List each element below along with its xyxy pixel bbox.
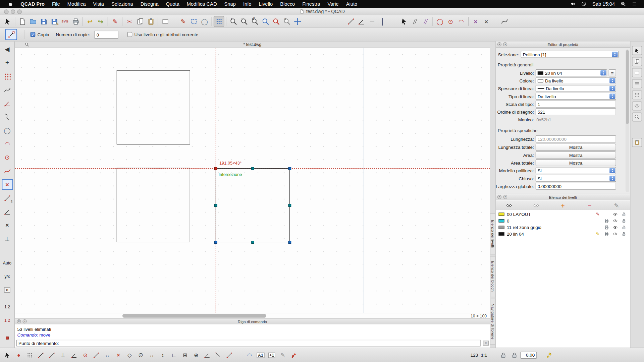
apple-menu[interactable] [4,0,17,8]
midpoint-handle[interactable] [251,167,254,170]
snap-auto-icon[interactable] [2,350,13,360]
linetype-property-combo[interactable]: Da livello [536,93,616,100]
print-button[interactable] [70,16,81,27]
snap-on-entity-icon[interactable] [47,350,57,360]
tangent-tool-button[interactable] [1,206,13,217]
minimize-window-button[interactable] [11,9,15,14]
bisector-tool-button[interactable] [2,111,13,122]
restrict-orthogonal-button[interactable]: y/x [1,271,13,282]
menu-snap[interactable]: Snap [221,0,239,8]
menu-finestra[interactable]: Finestra [299,0,324,8]
corner-handle[interactable] [288,167,291,170]
draworder-field[interactable]: 521 [536,108,616,115]
spline-button[interactable] [499,16,510,27]
snap-intersection-icon[interactable]: × [113,350,124,360]
snap-perpendicular-icon[interactable]: ⊥ [58,350,68,360]
snap-center-icon[interactable]: ⊙ [80,350,91,360]
edit-attributes-icon[interactable]: ✎ [278,350,288,360]
add-layer-button[interactable]: + [558,201,568,209]
close-panel-icon[interactable]: × [497,195,501,199]
position-display-icon[interactable]: +1 [267,350,277,360]
menu-quota[interactable]: Quota [162,0,183,8]
circle-two-points-button[interactable]: ◯ [435,16,445,27]
scale-1-1-icon[interactable]: 1:1 [479,350,489,360]
move-copy-tool-button[interactable] [5,29,17,40]
layer-lock-icon[interactable] [621,225,627,230]
close-window-button[interactable] [4,9,8,14]
hatch-button[interactable] [410,16,420,27]
zoom-out-button[interactable]: − [238,16,249,27]
edit-pen-button[interactable]: ✎ [110,16,120,27]
corner-handle[interactable] [288,241,291,244]
dimension-horizontal-icon[interactable] [202,350,212,360]
reference-point-1-2-alt-button[interactable]: 1 2 [1,315,13,326]
layer-lock-icon[interactable] [621,218,627,224]
drawing-tab-title[interactable]: * test.dwg [244,42,262,47]
select-contour-button[interactable] [399,16,410,27]
snap-endpoints-icon[interactable] [36,350,46,360]
layer-edit-pencil-icon[interactable]: ✎ [595,212,601,217]
arc-button[interactable]: ◠ [456,16,467,27]
use-attributes-checkbox[interactable] [127,32,132,37]
app-menu[interactable]: QCAD Pro [17,0,48,8]
restrict-vertical-icon[interactable]: ↕ [158,350,168,360]
draw-pen-button[interactable]: ✎ [178,16,189,27]
menu-livello[interactable]: Livello [255,0,276,8]
layer-lock-icon[interactable] [621,231,627,237]
hide-all-layers-button[interactable] [531,201,541,209]
save-as-button[interactable]: ✎ [49,16,60,27]
snap-auto-button[interactable]: Auto [1,257,13,268]
menu-varie[interactable]: Varie [324,0,342,8]
selection-combo[interactable]: Polilinea [1] [521,51,619,58]
grid-dock-button[interactable] [632,90,642,99]
restrict-horizontal-icon[interactable]: ↔ [147,350,157,360]
corner-handle[interactable] [214,241,217,244]
zoom-window-button[interactable] [17,9,21,14]
point-grid-tool-button[interactable] [1,71,13,82]
snap-distance-icon[interactable]: ↔ [102,350,113,360]
save-button[interactable] [38,16,49,27]
search-dock-button[interactable] [632,113,642,122]
layer-visibility-icon[interactable] [612,218,618,224]
copies-input[interactable] [95,31,118,39]
property-scrollbar-track[interactable] [626,49,629,192]
arc-tool-button[interactable]: ◠ [1,138,13,149]
menu-aiuto[interactable]: Aiuto [342,0,361,8]
lock-coordinate-icon[interactable] [509,350,520,360]
notification-center-icon[interactable] [629,0,640,8]
arc-segment-icon[interactable]: ◠ [245,350,255,360]
pan-button[interactable] [292,16,303,27]
restrict-off-icon[interactable]: ∅ [136,350,146,360]
line-angle-button[interactable] [356,16,367,27]
midpoint-handle[interactable] [288,204,291,207]
zoom-in-button[interactable]: + [228,16,239,27]
lineweight-property-combo[interactable]: Da livello [536,85,616,92]
redline-flag-icon[interactable] [289,350,299,360]
snap-polar-coordinate-icon[interactable]: ⊕ [191,350,201,360]
highlighter-pen-icon[interactable] [544,350,554,360]
volume-icon[interactable] [567,0,578,8]
snap-intersection-button[interactable]: × [1,179,13,190]
zoom-selection-button[interactable] [271,16,281,27]
layer-print-icon[interactable] [603,225,609,230]
circle-center-tool-button[interactable]: ⊙ [1,152,13,163]
ellipse-tool-button[interactable]: ◯ [1,125,13,136]
float-panel-icon[interactable]: ▪ [22,319,26,323]
tab-zoom-icon[interactable] [24,42,29,47]
line-two-points-button[interactable] [345,16,356,27]
selected-polyline-entity[interactable] [216,168,289,242]
menu-info[interactable]: Info [239,0,255,8]
view-dock-button[interactable] [632,101,642,110]
layer-row[interactable]: 00 LAYOUT ✎ [496,211,630,218]
float-panel-icon[interactable]: ▪ [503,42,507,46]
text-edit-icon[interactable]: A1 [256,350,266,360]
restrict-orthogonal-icon[interactable]: ∟ [169,350,179,360]
hatch-dense-button[interactable] [420,16,431,27]
zoom-plus-button[interactable]: + [1,57,13,68]
perpendicular-snap-button[interactable]: ⊥ [1,233,13,244]
menu-disegna[interactable]: Disegna [137,0,162,8]
dock-tab-library-browser[interactable]: Navigatore di librerie [490,299,496,345]
divide-button[interactable]: × [470,16,481,27]
float-panel-icon[interactable]: ▪ [503,195,507,199]
menu-seleziona[interactable]: Seleziona [108,0,137,8]
